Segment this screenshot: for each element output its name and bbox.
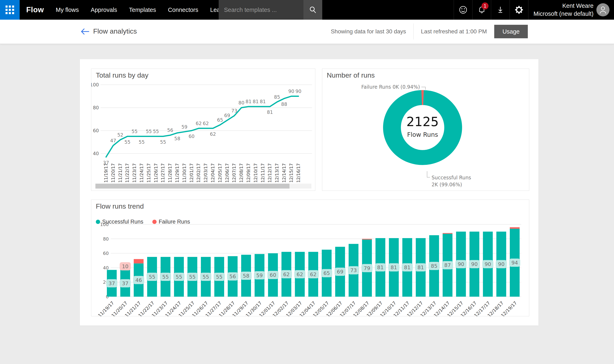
nav-links: Flow My flows Approvals Templates Connec… <box>26 0 232 20</box>
bar-label: 55 <box>162 274 169 280</box>
y-tick-label: 100 <box>100 222 109 227</box>
bar-label: 90 <box>458 261 464 267</box>
bar-label: 60 <box>270 272 276 278</box>
data-label: 81 <box>253 99 259 104</box>
x-tick-label: 12/03/17 <box>203 163 208 183</box>
bar-label: 55 <box>149 274 155 280</box>
callout-label-successful-2: 2K (99.06%) <box>431 182 462 188</box>
nav-item-my-flows[interactable]: My flows <box>56 7 79 13</box>
avatar[interactable] <box>596 3 610 16</box>
data-label: 73 <box>231 108 237 113</box>
x-tick-label: 12/04/17 <box>210 163 215 183</box>
brand-flow[interactable]: Flow <box>26 6 44 14</box>
notifications-button[interactable]: 1 <box>472 0 491 20</box>
back-arrow-icon <box>80 27 90 36</box>
x-tick-label: 12/12/17 <box>267 163 272 183</box>
callout-label-successful: Successful Runs <box>431 175 471 181</box>
search-box <box>219 0 303 20</box>
header-right: Showing data for last 30 days Last refre… <box>331 20 528 43</box>
y-tick-label: 80 <box>103 236 109 242</box>
x-tick-label: 11/19/17 <box>104 163 108 183</box>
bar-label: 55 <box>176 274 182 280</box>
data-label: 55 <box>146 129 152 134</box>
nav-item-connectors[interactable]: Connectors <box>168 7 198 13</box>
data-label: 62 <box>203 121 209 126</box>
data-label: 80 <box>238 100 245 105</box>
search-input[interactable] <box>219 7 300 13</box>
data-label: 59 <box>181 124 187 130</box>
card-flow-runs-trend: Flow runs trend Successful Runs Failure … <box>91 200 529 316</box>
data-label: 88 <box>281 102 287 107</box>
bar-label: 55 <box>202 274 209 280</box>
x-tick-label: 12/02/17 <box>196 163 201 183</box>
x-tick-label: 11/25/17 <box>146 163 151 183</box>
bar-label: 62 <box>297 272 303 277</box>
x-tick-label: 12/14/17 <box>282 163 287 183</box>
x-tick-label: 12/07/17 <box>232 163 237 183</box>
bar-label: 81 <box>391 264 397 271</box>
data-label: 90 <box>288 89 294 94</box>
bar-label: 81 <box>418 264 424 271</box>
donut-center-label: Flow Runs <box>407 131 438 138</box>
data-label: 56 <box>167 128 173 133</box>
account-info[interactable]: Kent Weare Microsoft (new default) <box>534 0 594 20</box>
person-icon <box>598 4 608 15</box>
settings-button[interactable]: /* teeth drawn by main script */ <box>509 0 528 20</box>
data-label: 69 <box>224 113 230 118</box>
x-tick-label: 12/15/17 <box>289 163 294 183</box>
data-label: 85 <box>274 94 280 100</box>
y-tick-label: 40 <box>93 151 99 156</box>
bar-label: 90 <box>485 261 491 267</box>
bar-failure[interactable] <box>362 239 372 240</box>
download-icon <box>496 5 505 15</box>
x-tick-label: 12/11/17 <box>261 163 265 183</box>
x-tick-label: 11/23/17 <box>132 163 137 183</box>
chart-scrollbar-thumb[interactable] <box>95 184 289 189</box>
y-tick-label: 100 <box>91 82 99 87</box>
x-tick-label: 12/10/17 <box>253 163 258 183</box>
refreshed-text: Last refreshed at 1:00 PM <box>421 28 487 35</box>
bar-label: 58 <box>243 273 249 279</box>
data-label: 81 <box>267 110 273 115</box>
bar-label: 37 <box>108 280 115 286</box>
chart-scrollbar-track[interactable] <box>95 184 311 189</box>
y-tick-label: 60 <box>93 128 99 133</box>
bar-failure[interactable] <box>510 227 520 229</box>
data-label: 55 <box>139 139 144 145</box>
bar-label: 90 <box>471 261 478 267</box>
callout-line-successful <box>427 171 430 177</box>
bar-failure[interactable] <box>443 233 452 234</box>
gear-icon: /* teeth drawn by main script */ <box>514 5 524 15</box>
card-total-runs-by-day: Total runs by day 1008060403711/19/17471… <box>91 69 315 191</box>
flow-analytics-page: Flow My flows Approvals Templates Connec… <box>0 0 614 364</box>
bar-label: 37 <box>122 280 129 286</box>
y-tick-label: 60 <box>103 251 109 256</box>
nav-item-templates[interactable]: Templates <box>129 7 156 13</box>
bar-label: 81 <box>377 264 384 271</box>
data-label: 55 <box>160 139 166 145</box>
download-button[interactable] <box>491 0 509 20</box>
card-number-of-runs: Number of runs 2125Flow RunsFailure Runs… <box>322 69 529 191</box>
stacked-bar-chart: 0204060801003711/19/17371011/20/174611/2… <box>91 200 529 316</box>
user-org: Microsoft (new default) <box>534 10 594 18</box>
feedback-button[interactable] <box>454 0 472 20</box>
y-tick-label: 80 <box>93 105 99 110</box>
data-label: 60 <box>189 134 195 139</box>
x-tick-label: 12/06/17 <box>225 163 230 183</box>
usage-button[interactable]: Usage <box>494 25 528 38</box>
app-launcher-button[interactable] <box>0 0 20 20</box>
page-title: Flow analytics <box>93 27 137 35</box>
notification-badge: 1 <box>482 2 488 9</box>
total-runs-line[interactable] <box>106 96 299 157</box>
x-tick-label: 11/21/17 <box>118 163 123 183</box>
search-button[interactable] <box>303 0 322 20</box>
top-navbar: Flow My flows Approvals Templates Connec… <box>0 0 614 20</box>
bar-failure[interactable] <box>134 259 144 263</box>
x-tick-label: 11/22/17 <box>125 163 130 183</box>
bar-label: 69 <box>337 269 343 275</box>
nav-item-approvals[interactable]: Approvals <box>91 7 117 13</box>
back-button[interactable] <box>80 27 90 36</box>
data-label: 58 <box>174 136 180 141</box>
bar-label: 62 <box>310 272 316 277</box>
x-tick-label: 11/27/17 <box>160 163 165 183</box>
